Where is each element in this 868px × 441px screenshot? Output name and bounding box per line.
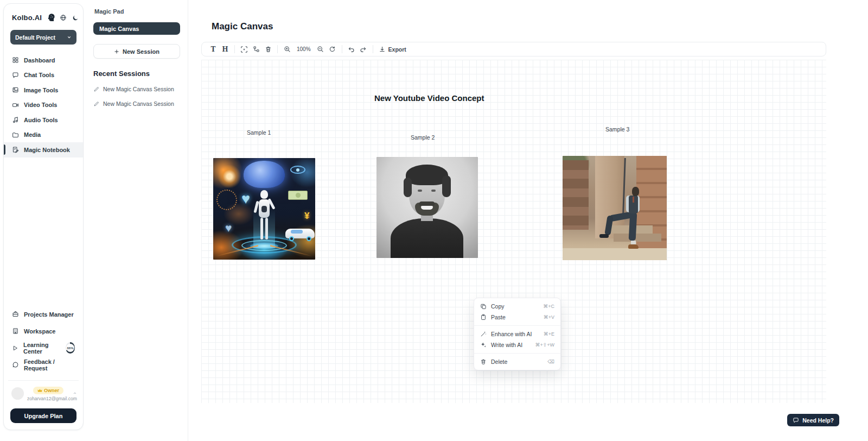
sidebar-item-label: Projects Manager: [24, 311, 74, 318]
session-item[interactable]: New Magic Canvas Session: [93, 86, 180, 92]
brand-logo: Kolbo.AI: [12, 14, 42, 22]
context-menu-item-write-with-ai[interactable]: Write with AI ⌘+⇧+W: [474, 339, 560, 350]
image-icon: [12, 86, 19, 93]
context-menu-item-copy[interactable]: Copy ⌘+C: [474, 301, 560, 312]
zoom-level-value[interactable]: 100%: [293, 46, 315, 52]
context-menu-shortcut: ⌘+V: [544, 314, 554, 320]
sidebar-item-label: Workspace: [24, 328, 56, 335]
sidebar-item-magic-notebook[interactable]: Magic Notebook: [4, 142, 83, 158]
redo-button[interactable]: [358, 43, 369, 55]
sidebar-item-projects-manager[interactable]: Projects Manager: [4, 306, 83, 323]
sidebar-item-label: Chat Tools: [24, 72, 54, 78]
export-button[interactable]: Export: [376, 46, 409, 53]
context-menu-shortcut: ⌫: [547, 359, 554, 364]
canvas-toolbar: T H 100% Export: [201, 42, 826, 56]
active-indicator: [4, 144, 5, 155]
sidebar-item-chat-tools[interactable]: Chat Tools: [4, 68, 83, 83]
context-menu-item-enhance-with-ai[interactable]: Enhance with AI ⌘+E: [474, 329, 560, 339]
toolbar-divider: [277, 45, 278, 53]
video-camera-icon: [12, 102, 19, 109]
context-menu-label: Paste: [491, 314, 544, 320]
logo-row: Kolbo.AI: [4, 4, 83, 22]
trash-icon: [480, 358, 487, 365]
sidebar-item-label: Dashboard: [24, 57, 55, 64]
sidebar-item-audio-tools[interactable]: Audio Tools: [4, 112, 83, 128]
language-globe-icon[interactable]: [60, 14, 67, 21]
context-menu-shortcut: ⌘+E: [544, 331, 554, 337]
media-folder-icon: [12, 131, 19, 138]
upgrade-plan-button[interactable]: Upgrade Plan: [10, 408, 76, 423]
primary-sidebar: Kolbo.AI Default Project Dashboard Chat …: [3, 3, 84, 430]
sidebar-nav: Dashboard Chat Tools Image Tools Video T…: [4, 53, 83, 158]
owner-badge-label: Owner: [44, 388, 59, 393]
canvas-text-sample-1[interactable]: Sample 1: [247, 129, 271, 136]
need-help-label: Need Help?: [802, 417, 834, 424]
toolbar-divider: [373, 45, 373, 53]
briefcase-icon: [12, 311, 19, 318]
dashboard-icon: [12, 56, 19, 64]
export-label: Export: [388, 46, 406, 53]
session-item-label: New Magic Canvas Session: [103, 86, 174, 92]
building-icon: [12, 327, 19, 335]
chat-bubble-icon: [12, 72, 19, 79]
need-help-button[interactable]: Need Help?: [787, 414, 839, 426]
copy-icon: [480, 303, 487, 310]
owner-badge: Owner: [33, 387, 63, 394]
context-menu-item-delete[interactable]: Delete ⌫: [474, 356, 560, 367]
context-menu-label: Write with AI: [491, 342, 535, 348]
undo-button[interactable]: [346, 43, 358, 55]
context-menu-shortcut: ⌘+C: [543, 304, 554, 309]
project-selector[interactable]: Default Project: [10, 30, 76, 45]
context-menu: Copy ⌘+C Paste ⌘+V Enhance with AI ⌘+E W…: [474, 298, 561, 370]
help-chat-icon: [793, 417, 799, 424]
context-menu-item-paste[interactable]: Paste ⌘+V: [474, 312, 560, 323]
sparkles-icon: [480, 342, 487, 348]
sidebar-item-feedback-request[interactable]: Feedback / Request: [4, 356, 83, 373]
download-icon: [379, 46, 386, 53]
learning-progress-ring: 66%: [66, 342, 75, 354]
context-menu-label: Enhance with AI: [491, 331, 544, 337]
heading-tool-button[interactable]: H: [219, 43, 231, 55]
dark-mode-moon-icon[interactable]: [72, 15, 79, 21]
text-tool-button[interactable]: T: [207, 43, 219, 55]
sidebar-item-dashboard[interactable]: Dashboard: [4, 53, 83, 68]
context-menu-label: Copy: [491, 303, 543, 310]
zoom-out-button[interactable]: [315, 43, 327, 55]
magic-canvas-workspace[interactable]: New Youtube Video Concept Sample 1 Sampl…: [201, 60, 826, 403]
canvas-text-sample-2[interactable]: Sample 2: [411, 134, 435, 141]
paste-icon: [480, 314, 487, 320]
sidebar-item-image-tools[interactable]: Image Tools: [4, 83, 83, 98]
sidebar-item-label: Image Tools: [24, 87, 58, 93]
reset-view-button[interactable]: [327, 43, 339, 55]
trash-icon-button[interactable]: [262, 43, 274, 55]
canvas-image-bw-portrait[interactable]: [376, 157, 478, 258]
sidebar-item-learning-center[interactable]: Learning Center 66%: [4, 339, 83, 356]
flow-connector-button[interactable]: [250, 43, 262, 55]
plus-icon: [114, 49, 119, 54]
sidebar-item-media[interactable]: Media: [4, 128, 83, 143]
brain-logo-icon: [46, 13, 55, 22]
canvas-text-block-title[interactable]: New Youtube Video Concept: [374, 93, 484, 103]
canvas-image-ai-robot-concept[interactable]: ♥ ♥ ¥: [213, 158, 315, 260]
feedback-bubble-icon: [12, 361, 19, 368]
sidebar-item-label: Video Tools: [24, 102, 57, 108]
sidebar-item-label: Feedback / Request: [24, 358, 75, 371]
ai-select-button[interactable]: [238, 43, 250, 55]
user-account-row[interactable]: Owner zoharvan12@gmail.com: [8, 380, 79, 406]
chevron-up-icon: [73, 391, 77, 395]
sidebar-item-label: Audio Tools: [24, 117, 58, 123]
canvas-text-sample-3[interactable]: Sample 3: [605, 126, 629, 133]
canvas-image-man-on-ruins[interactable]: [563, 156, 667, 260]
magic-pad-item[interactable]: Magic Pad: [93, 8, 180, 15]
zoom-in-button[interactable]: [281, 43, 293, 55]
session-item[interactable]: New Magic Canvas Session: [93, 100, 180, 107]
new-session-button[interactable]: New Session: [93, 44, 180, 59]
context-menu-divider: [474, 353, 560, 354]
context-menu-label: Delete: [491, 358, 547, 365]
toolbar-divider: [234, 45, 235, 53]
sidebar-item-workspace[interactable]: Workspace: [4, 323, 83, 339]
magic-canvas-item-selected[interactable]: Magic Canvas: [93, 22, 180, 35]
sidebar-item-video-tools[interactable]: Video Tools: [4, 98, 83, 113]
recent-sessions-heading: Recent Sessions: [93, 70, 180, 78]
music-note-icon: [12, 116, 19, 123]
